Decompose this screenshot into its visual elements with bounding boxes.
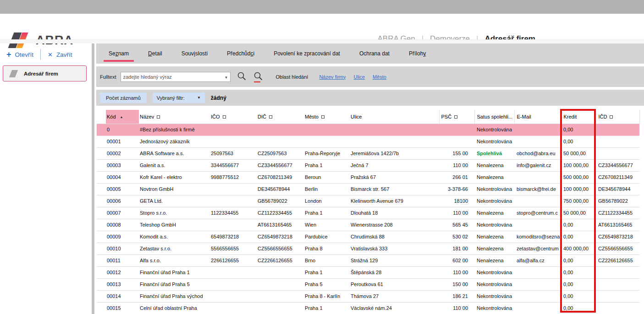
col-ulice[interactable]: Ulice [350,110,439,124]
cell-kredit: 50 000,00 [560,207,596,219]
cell-ulice [350,135,439,147]
cell-kod: 0 [106,124,139,135]
col-mesto[interactable]: Město [304,110,350,124]
cell-indicator [97,254,106,266]
fulltext-combobox[interactable]: ▼ [121,72,231,82]
cell-kod: 00001 [106,135,139,147]
col-indicator [97,110,106,124]
combo-dropdown-icon[interactable]: ▼ [225,76,228,80]
col-ico[interactable]: IČO [210,110,257,124]
cell-kredit: 500 000,00 [560,171,596,183]
scope-link-mesto[interactable]: Město [373,74,386,80]
cell-email [514,171,560,183]
column-filter-box-icon[interactable] [157,115,160,119]
cell-ico [210,266,257,278]
plus-icon: + [6,50,11,59]
cell-dic [257,278,304,290]
table-row[interactable]: 00014Finanční úřad Praha východPraha 8 -… [97,290,639,302]
cell-dic: CZ25097563 [257,147,304,159]
cell-nazev: ABRA Software a.s. [139,147,210,159]
table-row[interactable]: 00003Galenit a.s.3344556677CZ3344556677P… [97,159,639,171]
cell-email: zetastav@centrum [514,243,560,254]
table-row[interactable]: 00002ABRA Software a.s.25097563CZ2509756… [97,147,639,159]
cell-status: Nekontrolována [474,195,514,207]
scope-link-ulice[interactable]: Ulice [353,74,364,80]
tab-povoleni-ke-zpracovani-dat[interactable]: Povolení ke zpracování dat [264,43,350,64]
table-row[interactable]: 00015Celní úřad oblastní PrahaPraha 1Vác… [97,302,639,314]
search-highlight-icon[interactable] [253,71,264,82]
scope-link-nazev-firmy[interactable]: Název firmy [319,74,346,80]
column-filter-box-icon[interactable] [454,115,457,119]
search-input[interactable] [121,72,217,81]
cell-email [514,290,560,302]
table-row[interactable]: 00001Jednorázový zákazníkNekontrolována0… [97,135,639,147]
cell-dic [257,302,304,314]
col-icd[interactable]: IČD [596,110,639,124]
table-row[interactable]: 00010Zetastav s.r.o.5566556655CZ55665566… [97,243,639,254]
cell-psc: 3-378-66 [439,183,474,195]
cell-dic: CZ5566556655 [257,243,304,254]
search-scope-links: Název firmyUliceMěsto [319,74,386,80]
cell-kredit: 750 000,00 [560,195,596,207]
cell-email: bismarck@frei.de [514,183,560,195]
column-filter-box-icon[interactable] [321,115,325,119]
record-count-button[interactable]: Počet záznamů [100,92,147,103]
app-header: ABRA ABRA Gen | Demoverze | Adresář fire… [0,14,644,39]
col-email[interactable]: E-Mail [514,110,560,124]
cell-kod: 00015 [106,302,139,314]
cell-ico: 25097563 [210,147,257,159]
sidebar-item-adresar-firem[interactable]: Adresář firem [3,65,87,81]
table-row[interactable]: 00012Finanční úřad Praha 1Praha 1Štěpáns… [97,266,639,278]
sidebar-scrollbar[interactable] [92,43,94,314]
close-button[interactable]: ✕ Zavřít [48,51,72,58]
cell-ulice: Peroutkova 61 [350,278,439,290]
cell-ulice: Štěpánská 28 [350,266,439,278]
tab-seznam[interactable]: Seznam [99,43,138,64]
table-row[interactable]: 0#Bez příslušnosti k firměNekontrolována… [97,124,639,135]
search-scope-label: Oblast hledání [275,74,308,80]
cell-kod: 00003 [106,159,139,171]
tab-predchudci[interactable]: Předchůdci [217,43,264,64]
tab-detail[interactable]: Detail [138,43,172,64]
cell-nazev: Zetastav s.r.o. [139,243,210,254]
cell-status: Nekontrolována [474,124,514,135]
cell-email: obchod@abra.eu [514,147,560,159]
table-row[interactable]: 00007Stopro s.r.o.1122334455CZ1122334455… [97,207,639,219]
col-psc[interactable]: PSČ [439,110,474,124]
table-row[interactable]: 00005Novtron GmbHDE345678944BerlinBismar… [97,183,639,195]
table-row[interactable]: 00008Teleshop GmbHAT6613165465WienWiener… [97,219,639,231]
selected-filter-dropdown[interactable]: Vybraný filtr: ▼ [153,92,205,103]
column-filter-box-icon[interactable] [223,115,226,119]
cell-status: Nenalezena [474,254,514,266]
cell-ico [210,195,257,207]
cell-status: Nekontrolována [474,183,514,195]
cell-psc: 110 00 [439,159,474,171]
col-status[interactable]: Satus spolehli... [474,110,514,124]
cell-icd [596,147,639,159]
column-filter-box-icon[interactable] [269,115,272,119]
table-row[interactable]: 00009Komodit a.s.6549873218CZ6549873218P… [97,231,639,243]
cell-indicator [97,302,106,314]
cell-email: info@galenit.cz [514,159,560,171]
column-filter-box-icon[interactable] [610,115,613,119]
col-dic[interactable]: DIČ [257,110,304,124]
col-kod[interactable]: Kód▲ [106,110,139,124]
tab-ochrana-dat[interactable]: Ochrana dat [350,43,399,64]
col-kredit[interactable]: Kredit [560,110,596,124]
cell-nazev: Galenit a.s. [139,159,210,171]
table-row[interactable]: 00006GETA Ltd.GB56789022LondonKlelinwort… [97,195,639,207]
cell-psc: 181 00 [439,243,474,254]
tab-prilohy[interactable]: Přílohy [399,43,435,64]
search-icon[interactable] [237,71,247,82]
cell-indicator [97,147,106,159]
table-row[interactable]: 00004Kofr Karel - elektro9988775512CZ670… [97,171,639,183]
table-row[interactable]: 00013Finanční úřad Praha 5Praha 5Peroutk… [97,278,639,290]
cell-kredit: 0,00 [560,266,596,278]
cell-nazev: Finanční úřad Praha 5 [139,278,210,290]
tab-souvislosti[interactable]: Souvislosti [172,43,217,64]
col-nazev[interactable]: Název [139,110,210,124]
sort-asc-icon: ▲ [120,115,123,119]
open-button[interactable]: + Otevřít [6,50,33,59]
table-row[interactable]: 00011Alfa s.r.o.2266126655CZ2266126655Br… [97,254,639,266]
header-shadow-band [0,39,644,43]
